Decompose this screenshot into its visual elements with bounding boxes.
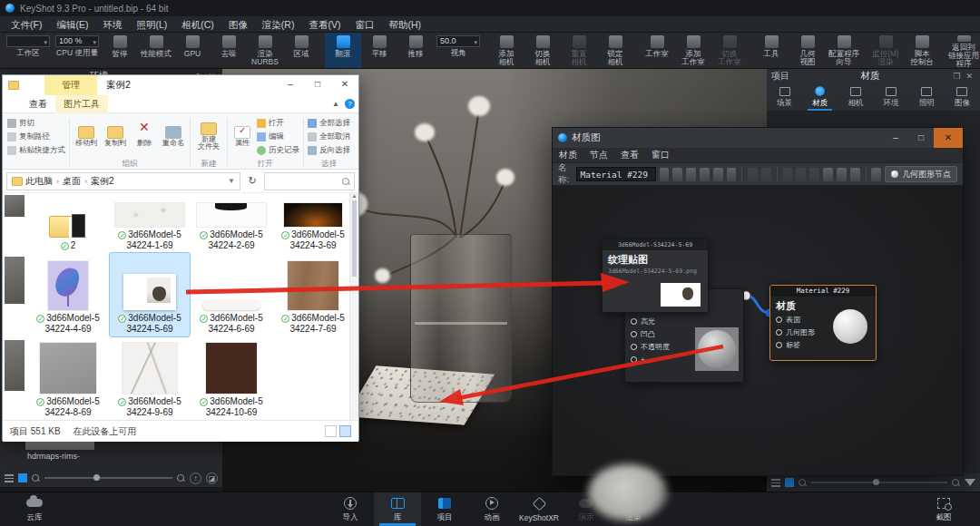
search-input[interactable]: [264, 172, 355, 190]
render-preview-icon[interactable]: [672, 168, 682, 181]
scrollbar[interactable]: ▲: [349, 193, 358, 420]
toolbar-item[interactable]: 添加 相机: [488, 33, 524, 68]
file-item[interactable]: ✓3d66Model-534224-1-69: [110, 193, 190, 253]
toolbar-item[interactable]: 推移: [397, 33, 434, 68]
ribbon-button[interactable]: 反向选择: [306, 143, 352, 157]
menu-item[interactable]: 渲染(R): [255, 16, 302, 33]
project-tab[interactable]: 环境: [874, 84, 909, 111]
breadcrumb[interactable]: 此电脑› 桌面› 案例2 ▼: [6, 172, 240, 190]
notes-icon[interactable]: [850, 168, 860, 181]
thumbnail-size-slider[interactable]: [811, 482, 947, 483]
close-button[interactable]: ✕: [331, 75, 358, 93]
zoom-in-icon[interactable]: [177, 474, 185, 482]
menu-item[interactable]: 查看(V): [301, 16, 348, 33]
port-dot-icon[interactable]: [776, 342, 782, 348]
toolbar-item[interactable]: 锁定 相机: [597, 33, 633, 68]
duplicate-icon[interactable]: [748, 168, 758, 181]
toolbar-item[interactable]: GPU: [174, 33, 211, 68]
material-graph-titlebar[interactable]: 材质图 – □ ✕: [553, 128, 963, 148]
minimize-button[interactable]: –: [883, 128, 908, 148]
menu-item[interactable]: 帮助(H): [381, 16, 428, 33]
project-tab[interactable]: 照明: [909, 84, 945, 111]
port-dot-icon[interactable]: [631, 331, 637, 337]
bottom-bar-button[interactable]: 导入: [327, 492, 374, 526]
toolbar-item[interactable]: 监控(M) 渲染: [867, 33, 904, 68]
file-item[interactable]: ✓3d66Model-534224-5-69: [110, 253, 190, 336]
explorer-titlebar[interactable]: 管理 案例2 – □ ✕: [3, 75, 358, 95]
save-icon[interactable]: [660, 168, 670, 181]
file-item[interactable]: ✓3d66Model-534224-2-69: [191, 193, 271, 253]
bottom-bar-button[interactable]: 动画: [468, 492, 515, 526]
refresh-icon[interactable]: ↻: [244, 175, 260, 187]
help-icon[interactable]: ?: [345, 99, 355, 109]
close-button[interactable]: ✕: [934, 128, 963, 148]
upload-icon[interactable]: ↑: [190, 472, 201, 484]
file-item[interactable]: ✓3d66Model-534224-6-69: [191, 253, 271, 336]
link-icon[interactable]: [783, 168, 793, 181]
close-icon[interactable]: ✕: [963, 72, 975, 81]
undock-icon[interactable]: ❐: [950, 72, 963, 81]
project-tab[interactable]: 场景: [767, 84, 802, 111]
zoom-in-icon[interactable]: [952, 479, 960, 487]
menu-item[interactable]: 节点: [590, 149, 608, 161]
menu-item[interactable]: 查看: [621, 149, 639, 161]
menu-item[interactable]: 文件(F): [4, 16, 49, 33]
node-graph-canvas[interactable]: 高光 凹凸 不透明度 +: [553, 186, 963, 475]
ribbon-button[interactable]: 复制到: [101, 126, 130, 148]
toolbar-item[interactable]: 工具: [753, 33, 789, 68]
material-name-input[interactable]: Material #229: [576, 167, 656, 181]
bottom-bar-button[interactable]: 项目: [421, 492, 468, 526]
toolbar-item[interactable]: 翻滚: [325, 33, 361, 68]
manage-ribbon-tab[interactable]: 管理: [44, 75, 97, 95]
partial-file-thumbnail[interactable]: [5, 340, 24, 391]
ribbon-button[interactable]: 粘贴快捷方式: [5, 143, 67, 157]
menu-item[interactable]: 照明(L): [129, 16, 174, 33]
toolbar-item[interactable]: 去噪: [211, 33, 247, 68]
screenshot-button[interactable]: 截图: [920, 492, 967, 526]
toolbar-item[interactable]: 100 % CPU 使用量: [53, 33, 102, 68]
toolbar-item[interactable]: 脚本 控制台: [904, 33, 940, 68]
file-item[interactable]: ✓3d66Model-534224-3-69: [273, 193, 353, 253]
menu-item[interactable]: 窗口: [348, 16, 381, 33]
toolbar-item[interactable]: 50.0 视角: [434, 33, 483, 68]
compact-view-icon[interactable]: [823, 168, 833, 181]
partial-file-thumbnail[interactable]: [5, 257, 24, 304]
delete-node-icon[interactable]: [761, 168, 771, 181]
partial-file-thumbnail[interactable]: [5, 195, 24, 217]
properties-button[interactable]: 属性: [230, 126, 255, 148]
toolbar-item[interactable]: 暂停: [102, 33, 138, 68]
file-item[interactable]: ✓3d66Model-534224-9-69: [110, 336, 190, 420]
file-item[interactable]: ✓3d66Model-534224-7-69: [273, 253, 353, 336]
toolbar-item[interactable]: 切换 工作室: [711, 33, 748, 68]
grid-view-icon[interactable]: [18, 473, 27, 482]
bottom-bar-button[interactable]: 演示: [563, 492, 610, 526]
clear-icon[interactable]: [809, 168, 819, 181]
toolbar-item[interactable]: 工作区: [4, 33, 53, 68]
chevron-down-icon[interactable]: ▼: [228, 177, 235, 185]
file-item[interactable]: ✓3d66Model-534224-10-69: [191, 336, 271, 420]
toolbar-item[interactable]: 重置 相机: [561, 33, 597, 68]
ribbon-button[interactable]: 全部取消: [306, 130, 352, 143]
ribbon-button[interactable]: 复制路径: [5, 130, 67, 143]
material-library-icon[interactable]: [727, 168, 737, 181]
geometry-nodes-button[interactable]: 几何图形节点: [885, 166, 957, 182]
toolbar-item[interactable]: 配置程序 向导: [826, 33, 862, 68]
list-view-icon[interactable]: [771, 479, 780, 487]
port-dot-icon[interactable]: [631, 344, 637, 350]
toolbar-item[interactable]: 性能模式: [138, 33, 174, 68]
port-dot-icon[interactable]: [631, 318, 637, 325]
ribbon-button[interactable]: 打开: [255, 116, 301, 130]
grid-view-icon[interactable]: [785, 478, 794, 487]
ribbon-button[interactable]: 历史记录: [255, 143, 301, 157]
project-tab[interactable]: 材质: [802, 84, 838, 111]
menu-item[interactable]: 材质: [559, 149, 577, 161]
cloud-library-button[interactable]: 云库: [11, 492, 58, 526]
toolbar-item[interactable]: 几何 视图: [789, 33, 826, 68]
maximize-button[interactable]: □: [304, 75, 331, 93]
ribbon-button[interactable]: 编辑: [255, 130, 301, 143]
new-folder-button[interactable]: 新建 文件夹: [192, 122, 225, 151]
project-tab[interactable]: 相机: [838, 84, 873, 111]
menu-item[interactable]: 环境: [95, 16, 129, 33]
locate-node-icon[interactable]: [700, 168, 710, 181]
toolbar-item[interactable]: 区域: [283, 33, 319, 68]
